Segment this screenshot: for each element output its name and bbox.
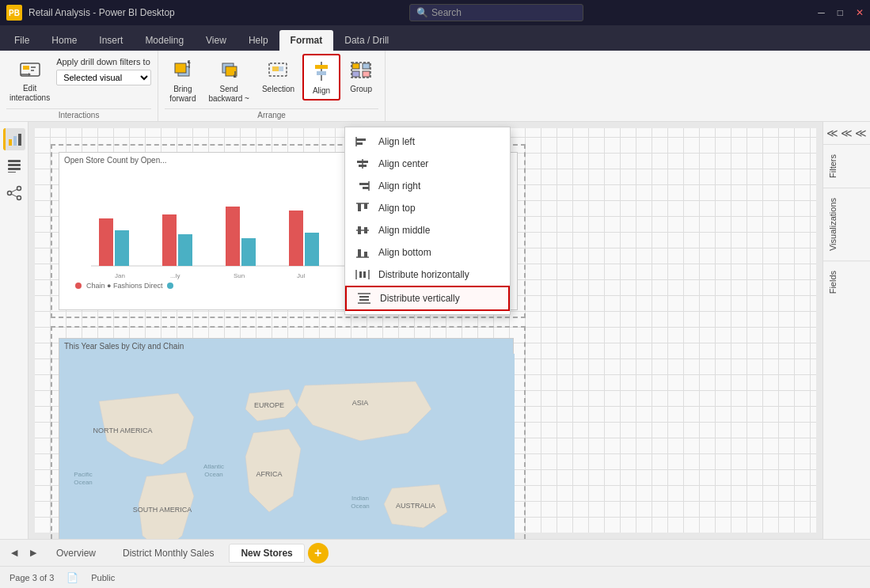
distribute-vert-item[interactable]: Distribute vertically xyxy=(345,286,510,311)
align-button[interactable]: Align xyxy=(302,54,340,101)
collapse-viz-btn[interactable]: ≪ xyxy=(841,125,853,141)
distribute-horiz-item[interactable]: Distribute horizontally xyxy=(345,264,510,286)
svg-text:Ocean: Ocean xyxy=(351,503,370,510)
svg-rect-56 xyxy=(8,172,16,173)
svg-rect-54 xyxy=(8,164,21,166)
page-next-btn[interactable]: ▶ xyxy=(25,545,41,561)
tab-new-stores[interactable]: New Stores xyxy=(229,544,304,563)
align-left-item[interactable]: Align left xyxy=(345,131,510,153)
svg-rect-29 xyxy=(359,165,367,167)
tab-file[interactable]: File xyxy=(3,30,40,51)
align-middle-item[interactable]: Align middle xyxy=(345,219,510,241)
svg-point-59 xyxy=(17,196,21,200)
tab-home[interactable]: Home xyxy=(40,30,88,51)
bring-forward-label: Bringforward xyxy=(169,85,196,104)
page-prev-btn[interactable]: ◀ xyxy=(6,545,22,561)
svg-rect-41 xyxy=(364,252,367,257)
align-center-icon xyxy=(355,157,370,170)
svg-text:Ocean: Ocean xyxy=(204,471,223,478)
svg-rect-14 xyxy=(272,66,279,71)
tab-view[interactable]: View xyxy=(195,30,237,51)
svg-text:NORTH AMERICA: NORTH AMERICA xyxy=(93,427,153,434)
svg-rect-25 xyxy=(356,138,366,141)
align-label: Align xyxy=(313,86,330,96)
selection-icon xyxy=(265,57,291,82)
group-label: Group xyxy=(350,85,372,94)
selection-button[interactable]: Selection xyxy=(257,54,299,97)
minimize-btn[interactable]: ─ xyxy=(818,7,825,18)
svg-text:ASIA: ASIA xyxy=(352,399,369,407)
search-box[interactable]: 🔍 Search xyxy=(409,4,583,21)
svg-text:Ocean: Ocean xyxy=(74,479,93,486)
maximize-btn[interactable]: □ xyxy=(838,7,843,18)
sidebar-data-view[interactable] xyxy=(3,155,25,177)
window-controls: ─ □ ✕ xyxy=(818,7,864,18)
svg-rect-19 xyxy=(352,63,359,69)
ribbon-tabs: File Home Insert Modeling View Help Form… xyxy=(0,25,870,51)
svg-rect-74 xyxy=(305,233,319,266)
svg-rect-48 xyxy=(359,296,369,298)
right-tab-visualizations[interactable]: Visualizations xyxy=(823,188,870,260)
visibility-status: Public xyxy=(91,573,115,582)
search-icon: 🔍 xyxy=(416,7,428,18)
svg-rect-1 xyxy=(23,66,29,70)
title-bar: PB Retail Analysis - Power BI Desktop 🔍 … xyxy=(0,0,870,25)
send-backward-button[interactable]: Sendbackward ~ xyxy=(204,54,254,107)
ribbon-empty xyxy=(386,51,870,121)
add-page-button[interactable]: + xyxy=(308,543,329,563)
tab-insert[interactable]: Insert xyxy=(88,30,134,51)
align-middle-icon xyxy=(355,224,370,237)
distribute-vert-icon xyxy=(356,292,372,305)
edit-interactions-button[interactable]: Editinteractions xyxy=(6,54,53,106)
drill-filter-label: Apply drill down filters to xyxy=(56,57,151,66)
svg-point-58 xyxy=(17,187,21,191)
bring-forward-button[interactable]: Bringforward xyxy=(165,54,200,107)
svg-rect-38 xyxy=(364,227,367,233)
status-bar: Page 3 of 3 📄 Public xyxy=(0,566,870,588)
collapse-fields-btn[interactable]: ≪ xyxy=(854,125,867,141)
map-title: This Year Sales by City and Chain xyxy=(59,339,513,354)
edit-interactions-icon xyxy=(17,57,43,82)
tab-help[interactable]: Help xyxy=(237,30,279,51)
sidebar-model-view[interactable] xyxy=(3,182,25,204)
sidebar-report-view[interactable] xyxy=(3,128,25,150)
align-center-item[interactable]: Align center xyxy=(345,153,510,175)
right-tab-filters[interactable]: Filters xyxy=(823,144,870,188)
svg-rect-69 xyxy=(162,214,177,266)
align-right-item[interactable]: Align right xyxy=(345,175,510,197)
svg-rect-50 xyxy=(9,139,12,146)
tab-overview[interactable]: Overview xyxy=(44,544,108,563)
tab-modeling[interactable]: Modeling xyxy=(134,30,195,51)
right-tab-fields[interactable]: Fields xyxy=(823,260,870,303)
group-button[interactable]: Group xyxy=(344,54,378,97)
arrange-content: Bringforward Sendbackward ~ xyxy=(165,54,378,108)
svg-text:Atlantic: Atlantic xyxy=(203,463,224,470)
chart-legend-label: Chain ● Fashions Direct xyxy=(86,282,162,290)
drill-filter-select[interactable]: Selected visual xyxy=(56,70,151,85)
close-btn[interactable]: ✕ xyxy=(856,7,864,18)
map-visual[interactable]: This Year Sales by City and Chain xyxy=(59,338,514,539)
align-right-icon xyxy=(355,180,370,192)
svg-rect-18 xyxy=(317,71,326,75)
group-icon xyxy=(348,57,374,82)
drill-filter-section: Apply drill down filters to Selected vis… xyxy=(56,54,151,85)
send-backward-label: Sendbackward ~ xyxy=(209,85,249,104)
svg-rect-21 xyxy=(352,71,359,77)
align-bottom-icon xyxy=(355,246,370,259)
svg-line-60 xyxy=(11,189,17,192)
align-top-label: Align top xyxy=(378,203,416,214)
collapse-filters-btn[interactable]: ≪ xyxy=(826,125,839,141)
tab-format[interactable]: Format xyxy=(279,30,334,51)
tab-district-monthly[interactable]: District Monthly Sales xyxy=(111,544,226,563)
svg-text:Indian: Indian xyxy=(351,495,369,502)
left-sidebar xyxy=(0,122,28,539)
svg-rect-34 xyxy=(358,203,361,211)
svg-rect-67 xyxy=(99,218,113,266)
right-panel-collapse: ≪ ≪ ≪ xyxy=(823,122,870,144)
right-panel: ≪ ≪ ≪ Filters Visualizations Fields xyxy=(823,122,870,539)
svg-rect-49 xyxy=(359,299,369,301)
tab-data-drill[interactable]: Data / Drill xyxy=(333,30,400,51)
title-bar-left: PB Retail Analysis - Power BI Desktop xyxy=(6,5,175,21)
align-top-item[interactable]: Align top xyxy=(345,197,510,219)
align-bottom-item[interactable]: Align bottom xyxy=(345,241,510,264)
